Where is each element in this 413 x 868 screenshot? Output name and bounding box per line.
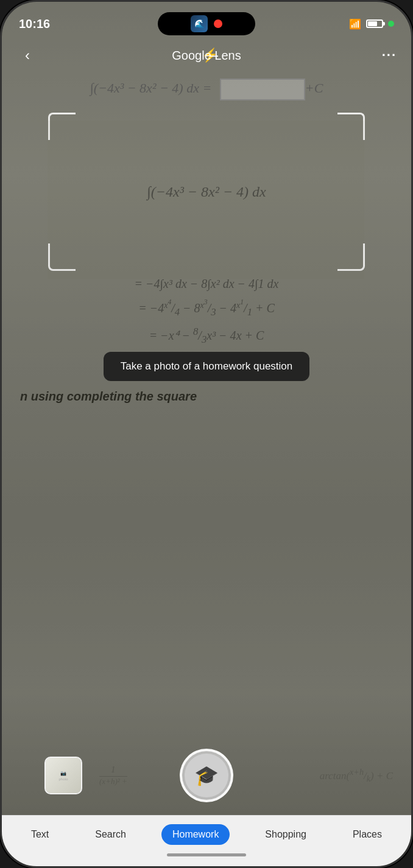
math-line-1: = −4∫x³ dx − 8∫x² dx − 4∫1 dx xyxy=(135,277,279,291)
camera-controls-row: 📷 photo 1 (x+h)² + 🎓 arctan(x+h/k) + C xyxy=(2,736,411,815)
wifi-icon: 📶 xyxy=(349,18,361,30)
math-top-area: ∫(−4x³ − 8x² − 4) dx = +C xyxy=(2,72,411,107)
answer-box xyxy=(220,79,305,100)
top-math-equation: ∫(−4x³ − 8x² − 4) dx = +C xyxy=(26,79,387,100)
fraction-left: 1 (x+h)² + xyxy=(99,765,127,786)
shutter-button[interactable]: 🎓 xyxy=(180,749,233,802)
tab-bar: Text Search Homework Shopping Places xyxy=(2,815,411,849)
math-solution-area: = −4∫x³ dx − 8∫x² dx − 4∫1 dx = −4x4/4 −… xyxy=(2,277,411,346)
tab-search[interactable]: Search xyxy=(84,824,137,845)
app-thumbnail: 🌊 xyxy=(191,15,208,32)
home-bar xyxy=(167,853,246,856)
tab-places[interactable]: Places xyxy=(342,824,393,845)
record-dot-icon xyxy=(214,19,222,28)
status-time: 10:16 xyxy=(19,17,50,31)
phone-frame: 10:16 🌊 📶 ‹ ⚡̶ Google Lens ··· xyxy=(0,0,413,868)
gallery-thumbnail[interactable]: 📷 photo xyxy=(44,757,82,794)
back-button[interactable]: ‹ xyxy=(16,47,38,64)
dynamic-island: 🌊 xyxy=(158,12,255,35)
tab-shopping[interactable]: Shopping xyxy=(254,824,317,845)
viewfinder-clear-area xyxy=(48,121,364,279)
battery-fill xyxy=(368,21,377,26)
math-line-3: = −x⁴ − 8/3x³ − 4x + C xyxy=(149,326,264,346)
completing-square-text: n using completing the square xyxy=(2,390,411,404)
homework-tooltip: Take a photo of a homework question xyxy=(104,352,310,381)
app-header: ‹ ⚡̶ Google Lens ··· xyxy=(2,38,411,72)
math-line-2: = −4x4/4 − 8x3/3 − 4x1/1 + C xyxy=(138,298,275,318)
more-options-button[interactable]: ··· xyxy=(382,47,397,63)
app-title: Google Lens xyxy=(172,49,241,63)
tooltip-text: Take a photo of a homework question xyxy=(121,360,293,372)
shutter-inner: 🎓 xyxy=(185,754,228,797)
dynamic-island-container: 🌊 xyxy=(158,12,255,35)
tab-text[interactable]: Text xyxy=(20,824,60,845)
completing-square-label: n using completing the square xyxy=(20,390,197,403)
status-bar: 10:16 🌊 📶 xyxy=(2,2,411,38)
tab-homework[interactable]: Homework xyxy=(161,824,230,845)
thumbnail-inner: 📷 photo xyxy=(46,758,81,793)
status-icons: 📶 xyxy=(349,18,394,30)
fraction-right: arctan(x+h/k) + C xyxy=(320,767,393,784)
graduation-cap-icon: 🎓 xyxy=(194,764,219,787)
battery-icon xyxy=(366,19,383,28)
home-indicator xyxy=(2,849,411,866)
bottom-controls: 📷 photo 1 (x+h)² + 🎓 arctan(x+h/k) + C xyxy=(2,736,411,866)
green-dot-icon xyxy=(388,21,394,27)
